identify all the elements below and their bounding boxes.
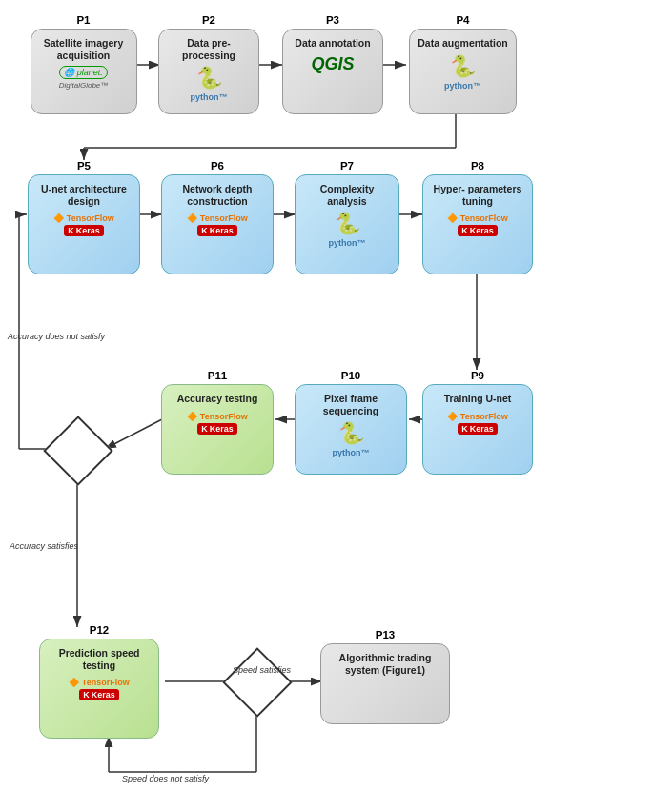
accuracy-not-satisfy-label: Accuracy does not satisfy	[8, 332, 105, 341]
speed-satisfies-label: Speed satisfies	[233, 665, 291, 675]
p2-label: P2	[202, 14, 215, 26]
p8-title: Hyper- parameters tuning	[429, 183, 526, 207]
p6-keras: K Keras	[197, 225, 237, 236]
p7-python: python™	[329, 238, 366, 248]
node-P13: P13 Algorithmic trading system (Figure1)	[319, 629, 451, 724]
diamond-speed-shape	[222, 647, 293, 718]
p4-title: Data augmentation	[418, 37, 508, 50]
p8-keras: K Keras	[458, 225, 498, 236]
p9-label: P9	[471, 370, 484, 381]
p5-title: U-net architecture design	[34, 183, 133, 207]
node-P3: P3 Data annotation QGIS	[281, 14, 384, 114]
accuracy-satisfies-label: Accuracy satisfies	[10, 541, 78, 551]
p1-title: Satellite imagery acquisition	[37, 37, 131, 61]
node-P8: P8 Hyper- parameters tuning 🔶 TensorFlow…	[421, 160, 534, 274]
node-P10: P10 Pixel frame sequencing 🐍 python™	[294, 370, 408, 475]
node-P11: P11 Accuracy testing 🔶 TensorFlow K Kera…	[160, 370, 275, 475]
pipeline-diagram: P1 Satellite imagery acquisition 🌐 plane…	[0, 0, 653, 812]
p6-title: Network depth construction	[168, 183, 267, 207]
p7-label: P7	[340, 160, 354, 172]
node-P1: P1 Satellite imagery acquisition 🌐 plane…	[29, 14, 138, 114]
p10-label: P10	[341, 370, 360, 381]
p12-title: Prediction speed testing	[46, 647, 153, 671]
p12-tensorflow: 🔶 TensorFlow	[69, 678, 129, 687]
p2-python: python™	[191, 92, 228, 102]
p7-title: Complexity analysis	[301, 183, 393, 207]
node-P4: P4 Data augmentation 🐍 python™	[408, 14, 518, 114]
node-P9: P9 Training U-net 🔶 TensorFlow K Keras	[421, 370, 534, 475]
p9-tensorflow: 🔶 TensorFlow	[447, 412, 507, 421]
p5-keras: K Keras	[64, 225, 104, 236]
planet-logo: 🌐 planet.	[59, 66, 108, 79]
node-P7: P7 Complexity analysis 🐍 python™	[294, 160, 400, 274]
p12-keras: K Keras	[79, 689, 119, 700]
diamond-accuracy	[52, 425, 104, 477]
p8-tensorflow: 🔶 TensorFlow	[447, 213, 507, 223]
svg-line-13	[105, 419, 162, 449]
node-P5: P5 U-net architecture design 🔶 TensorFlo…	[27, 160, 141, 274]
p11-title: Accuracy testing	[177, 393, 258, 405]
p11-tensorflow: 🔶 TensorFlow	[187, 412, 247, 421]
p12-label: P12	[90, 624, 109, 636]
p9-title: Training U-net	[444, 393, 512, 405]
p3-label: P3	[326, 14, 339, 26]
p11-label: P11	[208, 370, 227, 381]
p5-label: P5	[77, 160, 91, 172]
node-P6: P6 Network depth construction 🔶 TensorFl…	[160, 160, 275, 274]
p4-label: P4	[456, 14, 469, 26]
p10-python: python™	[333, 448, 370, 457]
p13-title: Algorithmic trading system (Figure1)	[327, 652, 443, 676]
p10-title: Pixel frame sequencing	[301, 393, 400, 416]
p8-label: P8	[471, 160, 484, 172]
p6-tensorflow: 🔶 TensorFlow	[187, 213, 247, 223]
p13-label: P13	[376, 629, 395, 640]
digitalgloble-logo: DigitalGlobe™	[59, 81, 109, 90]
node-P2: P2 Data pre-processing 🐍 python™	[157, 14, 260, 114]
p5-tensorflow: 🔶 TensorFlow	[53, 213, 113, 223]
p3-title: Data annotation	[295, 37, 370, 50]
p4-python: python™	[444, 81, 481, 91]
speed-not-satisfy-label: Speed does not satisfy	[122, 774, 209, 783]
p6-label: P6	[211, 160, 224, 172]
p1-label: P1	[76, 14, 90, 26]
node-P12: P12 Prediction speed testing 🔶 TensorFlo…	[38, 624, 160, 739]
diamond-accuracy-shape	[43, 416, 113, 486]
p11-keras: K Keras	[197, 423, 237, 435]
p9-keras: K Keras	[458, 423, 498, 435]
p2-title: Data pre-processing	[165, 37, 253, 61]
